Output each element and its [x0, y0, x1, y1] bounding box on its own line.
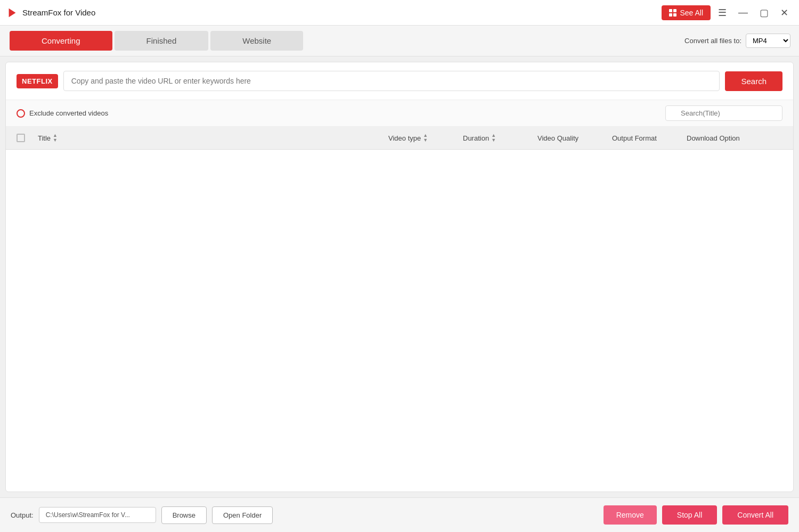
- title-bar: StreamFox for Video See All ☰ — ▢ ✕: [0, 0, 799, 26]
- video-quality-column-header: Video Quality: [537, 134, 612, 142]
- grid-icon: [669, 9, 676, 17]
- tab-website[interactable]: Website: [210, 31, 303, 51]
- convert-all-button[interactable]: Convert All: [722, 505, 788, 525]
- duration-sort-icon: ▲▼: [491, 133, 496, 143]
- output-format-column-header: Output Format: [612, 134, 687, 142]
- title-bar-left: StreamFox for Video: [6, 7, 95, 19]
- title-bar-right: See All ☰ — ▢ ✕: [662, 5, 793, 21]
- table-header: Title ▲▼ Video type ▲▼ Duration ▲▼ Video…: [6, 127, 793, 150]
- video-type-column-header[interactable]: Video type ▲▼: [388, 133, 463, 143]
- url-input[interactable]: [63, 71, 720, 91]
- output-path: C:\Users\w\StreamFox for V...: [39, 507, 156, 523]
- app-title: StreamFox for Video: [22, 8, 95, 17]
- search-bar-area: NETFLIX Search: [6, 62, 793, 100]
- title-sort-icon: ▲▼: [53, 133, 58, 143]
- exclude-radio[interactable]: [17, 109, 25, 118]
- tab-finished[interactable]: Finished: [115, 31, 209, 51]
- title-search-input[interactable]: [665, 105, 782, 121]
- output-label: Output:: [11, 511, 34, 519]
- menu-button[interactable]: ☰: [714, 5, 731, 21]
- svg-marker-0: [9, 8, 16, 17]
- table-body: [6, 150, 793, 492]
- checkbox-header-cell[interactable]: [17, 134, 38, 142]
- netflix-badge: NETFLIX: [17, 74, 58, 88]
- title-search-wrap: 🔍: [665, 105, 782, 121]
- tab-converting[interactable]: Converting: [10, 31, 112, 51]
- exclude-converted-label[interactable]: Exclude converted videos: [17, 109, 108, 118]
- bottom-actions: Remove Stop All Convert All: [604, 505, 788, 525]
- close-button[interactable]: ✕: [776, 5, 793, 21]
- format-select[interactable]: MP4 MKV AVI MOV MP3: [746, 34, 790, 48]
- bottom-bar: Output: C:\Users\w\StreamFox for V... Br…: [0, 497, 799, 532]
- remove-button[interactable]: Remove: [604, 505, 657, 525]
- title-column-header[interactable]: Title ▲▼: [38, 133, 388, 143]
- app-logo-icon: [6, 7, 18, 19]
- stop-all-button[interactable]: Stop All: [662, 505, 717, 525]
- duration-column-header[interactable]: Duration ▲▼: [463, 133, 537, 143]
- download-option-column-header: Download Option: [687, 134, 782, 142]
- open-folder-button[interactable]: Open Folder: [212, 506, 273, 524]
- filter-bar: Exclude converted videos 🔍: [6, 100, 793, 127]
- minimize-button[interactable]: —: [734, 5, 752, 20]
- tabs-area: Converting Finished Website Convert all …: [0, 26, 799, 56]
- main-content: NETFLIX Search Exclude converted videos …: [5, 62, 794, 492]
- maximize-button[interactable]: ▢: [755, 5, 773, 21]
- tabs-group: Converting Finished Website: [9, 31, 304, 51]
- output-area: Output: C:\Users\w\StreamFox for V... Br…: [11, 506, 273, 524]
- search-button[interactable]: Search: [725, 71, 782, 91]
- browse-button[interactable]: Browse: [161, 506, 207, 524]
- select-all-checkbox[interactable]: [17, 134, 25, 142]
- video-type-sort-icon: ▲▼: [423, 133, 428, 143]
- see-all-button[interactable]: See All: [662, 5, 711, 20]
- convert-all-label: Convert all files to: MP4 MKV AVI MOV MP…: [684, 34, 790, 48]
